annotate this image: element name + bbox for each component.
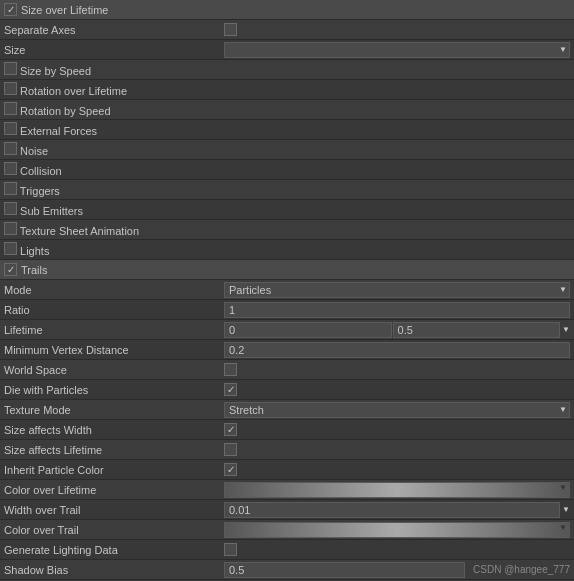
- size-label: Size: [4, 44, 224, 56]
- shadow-bias-input[interactable]: 0.5: [224, 562, 465, 578]
- size-affects-width-label: Size affects Width: [4, 424, 224, 436]
- mode-row: Mode Particles ▼: [0, 280, 574, 300]
- inherit-particle-color-row: Inherit Particle Color: [0, 460, 574, 480]
- min-vertex-distance-input[interactable]: 0.2: [224, 342, 570, 358]
- separate-axes-label: Separate Axes: [4, 24, 224, 36]
- width-over-trail-label: Width over Trail: [4, 504, 224, 516]
- size-by-speed-row: Size by Speed: [0, 60, 574, 80]
- noise-row: Noise: [0, 140, 574, 160]
- sub-emitters-row: Sub Emitters: [0, 200, 574, 220]
- noise-checkbox[interactable]: [4, 142, 17, 155]
- size-affects-lifetime-label: Size affects Lifetime: [4, 444, 224, 456]
- sub-emitters-label: Sub Emitters: [20, 205, 83, 217]
- noise-label: Noise: [20, 145, 48, 157]
- ratio-row: Ratio 1: [0, 300, 574, 320]
- lifetime-max-input[interactable]: 0.5: [393, 322, 561, 338]
- size-by-speed-checkbox[interactable]: [4, 62, 17, 75]
- separate-axes-checkbox[interactable]: [224, 23, 237, 36]
- lights-checkbox[interactable]: [4, 242, 17, 255]
- world-space-label: World Space: [4, 364, 224, 376]
- lifetime-dual-input: 0 0.5: [224, 322, 560, 338]
- texture-mode-dropdown-arrow: ▼: [559, 405, 567, 414]
- collision-label: Collision: [20, 165, 62, 177]
- min-vertex-distance-label: Minimum Vertex Distance: [4, 344, 224, 356]
- size-dropdown[interactable]: ▼: [224, 42, 570, 58]
- texture-sheet-animation-checkbox[interactable]: [4, 222, 17, 235]
- texture-sheet-animation-row: Texture Sheet Animation: [0, 220, 574, 240]
- world-space-row: World Space: [0, 360, 574, 380]
- inherit-particle-color-label: Inherit Particle Color: [4, 464, 224, 476]
- width-over-trail-row: Width over Trail 0.01 ▼: [0, 500, 574, 520]
- color-over-lifetime-arrow: ▼: [559, 483, 567, 492]
- triggers-label: Triggers: [20, 185, 60, 197]
- size-dropdown-arrow: ▼: [559, 45, 567, 54]
- lifetime-dropdown-arrow[interactable]: ▼: [562, 325, 570, 334]
- watermark: CSDN @hangee_777: [473, 564, 570, 575]
- texture-mode-label: Texture Mode: [4, 404, 224, 416]
- generate-lighting-data-label: Generate Lighting Data: [4, 544, 224, 556]
- lifetime-row: Lifetime 0 0.5 ▼: [0, 320, 574, 340]
- rotation-by-speed-checkbox[interactable]: [4, 102, 17, 115]
- mode-dropdown[interactable]: Particles ▼: [224, 282, 570, 298]
- mode-value: Particles: [229, 284, 271, 296]
- texture-mode-value: Stretch: [229, 404, 264, 416]
- generate-lighting-data-checkbox[interactable]: [224, 543, 237, 556]
- color-over-lifetime-label: Color over Lifetime: [4, 484, 224, 496]
- texture-mode-row: Texture Mode Stretch ▼: [0, 400, 574, 420]
- mode-dropdown-arrow: ▼: [559, 285, 567, 294]
- color-over-lifetime-row: Color over Lifetime ▼: [0, 480, 574, 500]
- rotation-over-lifetime-row: Rotation over Lifetime: [0, 80, 574, 100]
- triggers-checkbox[interactable]: [4, 182, 17, 195]
- inherit-particle-color-checkbox[interactable]: [224, 463, 237, 476]
- size-over-lifetime-label: Size over Lifetime: [21, 4, 108, 16]
- size-affects-width-checkbox[interactable]: [224, 423, 237, 436]
- width-over-trail-dropdown-arrow[interactable]: ▼: [562, 505, 570, 514]
- size-affects-lifetime-row: Size affects Lifetime: [0, 440, 574, 460]
- separate-axes-row: Separate Axes: [0, 20, 574, 40]
- die-with-particles-label: Die with Particles: [4, 384, 224, 396]
- external-forces-checkbox[interactable]: [4, 122, 17, 135]
- ratio-label: Ratio: [4, 304, 224, 316]
- color-over-trail-row: Color over Trail ▼: [0, 520, 574, 540]
- size-affects-lifetime-checkbox[interactable]: [224, 443, 237, 456]
- generate-lighting-data-row: Generate Lighting Data: [0, 540, 574, 560]
- size-over-lifetime-checkbox[interactable]: [4, 3, 17, 16]
- size-over-lifetime-header[interactable]: Size over Lifetime: [0, 0, 574, 20]
- rotation-by-speed-row: Rotation by Speed: [0, 100, 574, 120]
- color-over-lifetime-field[interactable]: ▼: [224, 482, 570, 498]
- width-over-trail-input[interactable]: 0.01: [224, 502, 560, 518]
- shadow-bias-row: Shadow Bias 0.5 CSDN @hangee_777: [0, 560, 574, 580]
- size-by-speed-label: Size by Speed: [20, 65, 91, 77]
- die-with-particles-checkbox[interactable]: [224, 383, 237, 396]
- trails-checkbox[interactable]: [4, 263, 17, 276]
- collision-checkbox[interactable]: [4, 162, 17, 175]
- lifetime-min-input[interactable]: 0: [224, 322, 392, 338]
- shadow-bias-label: Shadow Bias: [4, 564, 224, 576]
- external-forces-row: External Forces: [0, 120, 574, 140]
- mode-label: Mode: [4, 284, 224, 296]
- size-affects-width-row: Size affects Width: [0, 420, 574, 440]
- lifetime-label: Lifetime: [4, 324, 224, 336]
- texture-mode-dropdown[interactable]: Stretch ▼: [224, 402, 570, 418]
- die-with-particles-row: Die with Particles: [0, 380, 574, 400]
- world-space-checkbox[interactable]: [224, 363, 237, 376]
- sub-emitters-checkbox[interactable]: [4, 202, 17, 215]
- lights-label: Lights: [20, 245, 49, 257]
- external-forces-label: External Forces: [20, 125, 97, 137]
- color-over-trail-arrow: ▼: [559, 523, 567, 532]
- rotation-over-lifetime-checkbox[interactable]: [4, 82, 17, 95]
- color-over-trail-field[interactable]: ▼: [224, 522, 570, 538]
- ratio-input[interactable]: 1: [224, 302, 570, 318]
- lights-row: Lights: [0, 240, 574, 260]
- trails-label: Trails: [21, 264, 47, 276]
- rotation-over-lifetime-label: Rotation over Lifetime: [20, 85, 127, 97]
- trails-header[interactable]: Trails: [0, 260, 574, 280]
- min-vertex-distance-row: Minimum Vertex Distance 0.2: [0, 340, 574, 360]
- triggers-row: Triggers: [0, 180, 574, 200]
- rotation-by-speed-label: Rotation by Speed: [20, 105, 111, 117]
- color-over-trail-label: Color over Trail: [4, 524, 224, 536]
- texture-sheet-animation-label: Texture Sheet Animation: [20, 225, 139, 237]
- collision-row: Collision: [0, 160, 574, 180]
- size-row: Size ▼: [0, 40, 574, 60]
